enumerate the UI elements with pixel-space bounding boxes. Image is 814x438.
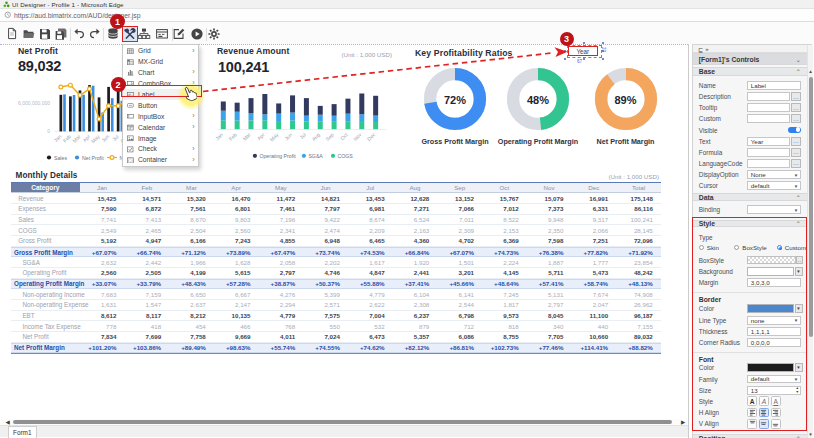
table-cell: 15,767 — [482, 195, 527, 202]
collapse-icon[interactable]: ⌃ — [796, 435, 801, 438]
menu-item-mx-grid[interactable]: MX-Grid — [123, 56, 198, 67]
table-row: COGS2,5492,4652,5042,5602,3412,4742,2092… — [11, 225, 661, 236]
selection-handle[interactable] — [583, 58, 585, 60]
table-cell: 5,192 — [80, 237, 125, 244]
toolbar-settings-icon[interactable] — [207, 27, 221, 41]
ellipsis-button[interactable]: ... — [791, 159, 801, 168]
table-cell: 9,317 — [571, 216, 616, 223]
property-input[interactable] — [747, 114, 790, 123]
property-input[interactable] — [747, 103, 790, 112]
design-canvas[interactable]: Net Profit 89,032 6,000,000,0000JanFebMa… — [0, 44, 688, 419]
selection-handle[interactable] — [564, 58, 566, 60]
table-cell: 6,086 — [437, 333, 482, 340]
toggle-knob — [796, 127, 801, 132]
revenue-title: Revenue Amount — [217, 46, 290, 56]
menu-item-calendar[interactable]: Calendar› — [123, 122, 198, 133]
collapse-icon[interactable]: ⌃ — [796, 194, 801, 201]
visible-toggle[interactable] — [788, 127, 801, 133]
svg-text:Jun: Jun — [283, 131, 293, 141]
svg-text:Jul: Jul — [298, 131, 307, 140]
toolbar-save-all-icon[interactable] — [54, 27, 68, 41]
table-cell: 2,341 — [259, 227, 304, 234]
menu-item-label: Container — [138, 156, 167, 163]
section-header-data[interactable]: Data⌃ — [693, 193, 807, 201]
table-cell: +55.74% — [259, 344, 304, 351]
panel-scrollbar-thumb[interactable] — [809, 77, 813, 337]
toolbar-form-grid-icon[interactable] — [155, 27, 169, 41]
table-cell: 4,276 — [259, 291, 304, 298]
collapse-icon[interactable]: ⌃ — [796, 68, 801, 75]
table-cell: 8,117 — [124, 312, 169, 319]
table-cell: 7,683 — [80, 291, 125, 298]
table-cell: 100,241 — [616, 216, 661, 223]
property-input[interactable]: Year — [747, 137, 790, 146]
collapse-panel-icon[interactable]: » — [705, 46, 708, 52]
table-cell: 8,670 — [169, 216, 214, 223]
monthly-table: CategoryJanFebMarAprMayJunJulAugSepOctNo… — [11, 182, 661, 355]
ellipsis-button[interactable]: ... — [791, 148, 801, 157]
toolbar-edit-icon[interactable] — [172, 27, 186, 41]
property-select[interactable]: default▼ — [747, 181, 801, 190]
table-cell: +71.92% — [616, 249, 661, 256]
menu-item-grid[interactable]: Grid› — [123, 46, 198, 57]
canvas-panel-separator — [688, 44, 689, 438]
property-input[interactable] — [747, 148, 790, 157]
table-cell: 7,251 — [571, 237, 616, 244]
pin-icon[interactable]: ⊑ — [698, 46, 703, 53]
section-header-base[interactable]: Base⌃ — [693, 67, 807, 76]
menu-item-inputbox[interactable]: InputBox› — [123, 111, 198, 122]
column-header-category: Category — [11, 183, 80, 193]
toolbar-undo-icon[interactable] — [72, 27, 86, 41]
ellipsis-button[interactable]: ... — [791, 114, 801, 123]
menu-item-image[interactable]: Image — [123, 133, 198, 144]
horizontal-scrollbar-thumb[interactable] — [13, 420, 672, 424]
table-cell: 2,441 — [393, 269, 438, 276]
property-input[interactable] — [747, 159, 790, 168]
property-input[interactable] — [747, 92, 790, 101]
table-cell: 4,702 — [437, 237, 482, 244]
panel-scrollbar[interactable]: ▲ ▼ — [807, 45, 813, 438]
property-row-displayoption: DisplayOptionNone▼ — [693, 169, 807, 180]
ellipsis-button[interactable]: ... — [791, 92, 801, 101]
toolbar-open-folder-icon[interactable] — [22, 27, 36, 41]
selection-handle[interactable] — [602, 42, 604, 44]
site-info-icon[interactable] — [4, 11, 12, 19]
toolbar-run-icon[interactable] — [190, 27, 204, 41]
menu-item-container[interactable]: Container› — [123, 154, 198, 165]
chevron-down-icon: ▼ — [794, 184, 799, 189]
panel-header-form1-controls[interactable]: [Form1]'s Controls⌄ — [693, 53, 807, 65]
tab-form1[interactable]: Form1 — [8, 426, 37, 437]
table-cell: +103.86% — [124, 344, 169, 351]
toolbar-hierarchy-icon[interactable] — [137, 27, 151, 41]
table-cell: 768 — [259, 323, 304, 330]
table-cell: +102.73% — [482, 344, 527, 351]
table-cell: 6,166 — [169, 237, 214, 244]
table-cell: 6,650 — [169, 291, 214, 298]
toolbar-save-icon[interactable] — [38, 27, 52, 41]
toolbar-database-icon[interactable] — [106, 27, 120, 41]
property-select[interactable]: None▼ — [747, 170, 801, 179]
menu-item-chart[interactable]: Chart› — [123, 67, 198, 78]
menu-item-check[interactable]: Check› — [123, 144, 198, 155]
table-cell: 2,066 — [571, 227, 616, 234]
toolbar-redo-icon[interactable] — [88, 27, 102, 41]
table-cell: 5,711 — [527, 269, 572, 276]
toolbar-new-file-icon[interactable] — [5, 27, 19, 41]
ellipsis-button[interactable]: ... — [791, 137, 801, 146]
table-cell: 175,148 — [616, 195, 661, 202]
property-select[interactable]: ▼ — [747, 205, 801, 214]
ellipsis-button[interactable]: ... — [791, 103, 801, 112]
menu-item-label: Check — [138, 145, 157, 152]
panel-scroll-down-icon[interactable]: ▼ — [808, 432, 813, 437]
table-row: Operating Profit Margin+33.07%+33.79%+48… — [11, 279, 661, 290]
table-cell: 6,872 — [124, 205, 169, 212]
expand-icon[interactable]: ⌄ — [796, 56, 801, 63]
table-row: Operating Profit2,5602,5054,1995,6152,79… — [11, 268, 661, 279]
selection-handle[interactable] — [602, 58, 604, 60]
section-header-position[interactable]: Position⌃ — [693, 434, 807, 438]
svg-text:Operating Profit: Operating Profit — [259, 153, 296, 159]
submenu-arrow-icon: › — [192, 112, 194, 119]
panel-scroll-up-icon[interactable]: ▲ — [808, 69, 813, 74]
property-input[interactable]: Label — [747, 81, 801, 90]
table-cell: 440 — [571, 323, 616, 330]
